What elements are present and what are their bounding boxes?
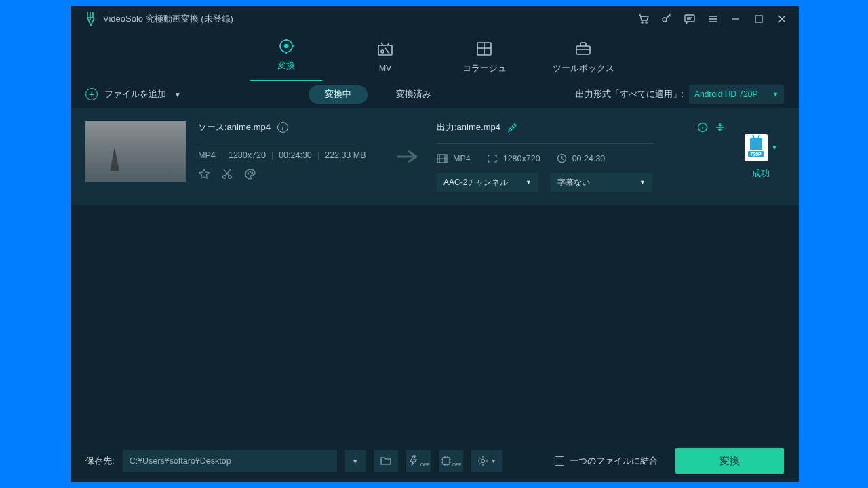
app-window: VideoSolo 究極動画変換 (未登録) 変換 MV コラージュ ツールボッ… bbox=[71, 6, 799, 482]
open-folder-button[interactable] bbox=[374, 450, 398, 472]
output-column: 出力:anime.mp4 MP4 868x488 00:24:30 AAC-2… bbox=[437, 121, 726, 192]
format-column: 720P ▼ 成功 bbox=[738, 134, 784, 180]
svg-rect-4 bbox=[755, 16, 762, 22]
info-circle-icon[interactable] bbox=[697, 122, 708, 133]
svg-point-6 bbox=[285, 44, 288, 47]
chevron-down-icon: ▼ bbox=[772, 91, 778, 98]
svg-point-20 bbox=[481, 460, 484, 463]
checkbox-icon bbox=[555, 456, 564, 466]
svg-point-11 bbox=[223, 176, 226, 179]
add-file-button[interactable]: + ファイルを追加 ▼ bbox=[85, 88, 181, 100]
palette-icon[interactable] bbox=[244, 168, 256, 180]
svg-rect-3 bbox=[685, 15, 694, 22]
arrow-icon bbox=[392, 149, 425, 164]
output-format-value: Android HD 720P bbox=[694, 89, 757, 99]
close-icon[interactable] bbox=[770, 7, 793, 30]
plus-icon: + bbox=[85, 88, 98, 100]
chevron-down-icon: ▼ bbox=[526, 179, 532, 186]
svg-point-15 bbox=[252, 172, 253, 174]
file-list: ソース:anime.mp4 i MP4| 868x488| 00:24:30|… bbox=[71, 108, 799, 440]
src-duration: 00:24:30 bbox=[279, 150, 312, 160]
tab-toolbox[interactable]: ツールボックス bbox=[552, 39, 614, 75]
info-icon[interactable]: i bbox=[277, 122, 288, 133]
save-path[interactable]: C:¥Users¥softaro¥Desktop bbox=[123, 450, 337, 472]
feedback-icon[interactable] bbox=[678, 7, 701, 30]
svg-point-14 bbox=[250, 171, 251, 173]
video-thumbnail[interactable] bbox=[85, 121, 186, 182]
src-size: 222.33 MB bbox=[325, 150, 366, 160]
source-meta: MP4| 868x488| 00:24:30| 222.33 MB bbox=[198, 150, 380, 160]
filter-converting[interactable]: 変換中 bbox=[309, 85, 368, 104]
svg-point-0 bbox=[642, 22, 643, 23]
settings-button[interactable]: ▼ bbox=[471, 450, 502, 472]
cut-icon[interactable] bbox=[221, 168, 233, 180]
add-file-label: ファイルを追加 bbox=[104, 88, 166, 100]
audio-select-value: AAC-2チャンネル bbox=[443, 177, 508, 188]
titlebar: VideoSolo 究極動画変換 (未登録) bbox=[71, 6, 799, 32]
film-icon bbox=[437, 154, 448, 163]
minimize-icon[interactable] bbox=[724, 7, 747, 30]
merge-checkbox[interactable]: 一つのファイルに結合 bbox=[555, 455, 658, 467]
collage-icon bbox=[475, 39, 494, 59]
src-container: MP4 bbox=[198, 150, 216, 160]
svg-rect-7 bbox=[378, 45, 392, 55]
subtitle-select-value: 字幕ない bbox=[557, 177, 590, 188]
save-path-dropdown[interactable]: ▼ bbox=[345, 450, 366, 472]
svg-rect-10 bbox=[576, 46, 590, 54]
subtitle-select[interactable]: 字幕ない▼ bbox=[551, 173, 652, 192]
out-duration: 00:24:30 bbox=[572, 154, 606, 163]
subbar: + ファイルを追加 ▼ 変換中 変換済み 出力形式「すべてに適用」: Andro… bbox=[71, 81, 799, 108]
svg-point-1 bbox=[646, 22, 647, 23]
item-status: 成功 bbox=[752, 168, 770, 180]
out-resolution: 868x488 bbox=[503, 154, 540, 163]
android-icon bbox=[750, 138, 762, 150]
source-filename: ソース:anime.mp4 bbox=[198, 121, 271, 134]
clock-icon bbox=[557, 153, 567, 163]
tab-collage-label: コラージュ bbox=[462, 63, 507, 75]
output-format-dropdown[interactable]: Android HD 720P ▼ bbox=[689, 85, 784, 104]
cart-icon[interactable] bbox=[632, 7, 655, 30]
tab-convert-label: 変換 bbox=[277, 60, 295, 72]
mv-icon bbox=[376, 39, 395, 60]
expand-icon bbox=[487, 154, 498, 163]
tab-toolbox-label: ツールボックス bbox=[553, 63, 614, 75]
save-to-label: 保存先: bbox=[85, 455, 115, 467]
format-badge-label: 720P bbox=[748, 151, 763, 157]
gpu-button[interactable]: OFF bbox=[439, 450, 463, 472]
chevron-down-icon: ▼ bbox=[639, 179, 646, 186]
compress-icon[interactable] bbox=[715, 122, 726, 133]
edit-icon[interactable] bbox=[507, 123, 517, 133]
toolbox-icon bbox=[574, 39, 593, 59]
convert-button[interactable]: 変換 bbox=[675, 448, 784, 474]
merge-label: 一つのファイルに結合 bbox=[570, 455, 658, 467]
tab-mv[interactable]: MV bbox=[354, 39, 416, 73]
svg-point-13 bbox=[248, 173, 249, 174]
src-resolution: 868x488 bbox=[229, 150, 266, 160]
out-container: MP4 bbox=[453, 154, 471, 163]
output-filename: 出力:anime.mp4 bbox=[437, 121, 500, 134]
svg-rect-19 bbox=[443, 458, 450, 464]
svg-point-8 bbox=[381, 50, 384, 53]
chevron-down-icon: ▼ bbox=[174, 91, 181, 98]
audio-select[interactable]: AAC-2チャンネル▼ bbox=[437, 173, 538, 192]
tab-collage[interactable]: コラージュ bbox=[453, 39, 515, 75]
filter-converted[interactable]: 変換済み bbox=[380, 85, 448, 104]
svg-point-12 bbox=[229, 176, 232, 179]
key-icon[interactable] bbox=[655, 7, 678, 30]
star-icon[interactable] bbox=[198, 168, 210, 180]
app-title: VideoSolo 究極動画変換 (未登録) bbox=[103, 13, 233, 25]
main-tabs: 変換 MV コラージュ ツールボックス bbox=[71, 32, 799, 81]
menu-icon[interactable] bbox=[701, 7, 724, 30]
maximize-icon[interactable] bbox=[747, 7, 770, 30]
bottombar: 保存先: C:¥Users¥softaro¥Desktop ▼ OFF OFF … bbox=[71, 440, 799, 482]
source-column: ソース:anime.mp4 i MP4| 868x488| 00:24:30|… bbox=[198, 121, 380, 180]
tab-convert[interactable]: 変換 bbox=[255, 36, 317, 77]
app-logo-icon bbox=[85, 12, 96, 26]
file-item: ソース:anime.mp4 i MP4| 868x488| 00:24:30|… bbox=[71, 108, 799, 205]
output-apply-label: 出力形式「すべてに適用」: bbox=[576, 89, 684, 100]
tab-mv-label: MV bbox=[379, 64, 392, 73]
chevron-down-icon[interactable]: ▼ bbox=[772, 144, 778, 151]
hw-accel-button[interactable]: OFF bbox=[406, 450, 431, 472]
format-badge[interactable]: 720P bbox=[745, 134, 768, 161]
convert-icon bbox=[277, 36, 296, 56]
